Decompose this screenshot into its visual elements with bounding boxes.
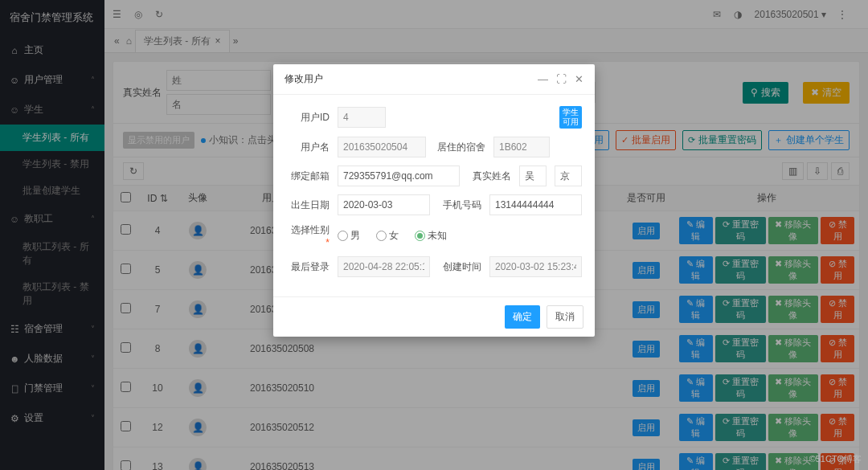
modal-phone[interactable] (489, 194, 582, 215)
modal-userid (338, 107, 386, 128)
app-root: 宿舍门禁管理系统 ⌂主页 ☺用户管理˄ ☺学生˄ 学生列表 - 所有 学生列表 … (0, 0, 868, 470)
modal-ok-button[interactable]: 确定 (505, 305, 540, 329)
modal-title: 修改用户 (285, 72, 530, 86)
modal-max-icon[interactable]: ⛶ (556, 73, 567, 85)
modal-created (489, 256, 582, 277)
modal-birth[interactable] (338, 194, 430, 215)
modal-username (338, 137, 426, 157)
modal-email[interactable] (338, 166, 460, 186)
modal-given[interactable] (555, 166, 582, 186)
modal-cancel-button[interactable]: 取消 (547, 305, 583, 329)
radio-female[interactable]: 女 (376, 229, 399, 243)
status-badge: 学生 可用 (559, 106, 582, 129)
modal-lastlogin (338, 256, 430, 277)
radio-male[interactable]: 男 (338, 229, 360, 243)
modal-dorm (493, 137, 550, 157)
modal-surname[interactable] (519, 166, 547, 186)
modal-close-icon[interactable]: ✕ (575, 73, 583, 85)
watermark: ©51CTO博客 (809, 453, 862, 465)
edit-user-modal: 修改用户 — ⛶ ✕ 用户ID 学生 可用 用户名 居住的宿舍 (273, 64, 595, 337)
radio-unknown[interactable]: 未知 (415, 229, 447, 243)
modal-min-icon[interactable]: — (538, 73, 548, 85)
modal-overlay: 修改用户 — ⛶ ✕ 用户ID 学生 可用 用户名 居住的宿舍 (0, 0, 868, 470)
